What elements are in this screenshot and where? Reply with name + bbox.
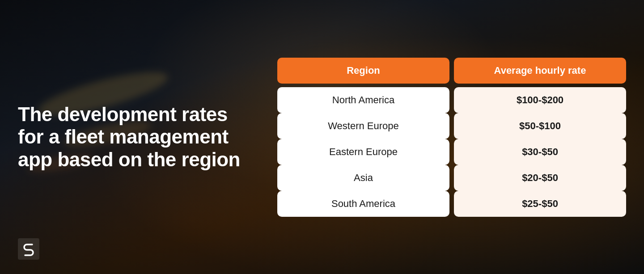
cell-region: Eastern Europe xyxy=(277,139,449,165)
cell-rate: $20-$50 xyxy=(454,165,626,191)
table-header-row: Region Average hourly rate xyxy=(277,58,626,84)
cell-region: Western Europe xyxy=(277,113,449,139)
column-header-rate: Average hourly rate xyxy=(454,58,626,84)
logo xyxy=(18,238,39,261)
page-headline: The development rates for a fleet manage… xyxy=(18,103,250,171)
cell-rate: $100-$200 xyxy=(454,87,626,113)
table-row: Asia$20-$50 xyxy=(277,165,626,191)
column-header-region: Region xyxy=(277,58,449,84)
left-section: The development rates for a fleet manage… xyxy=(18,13,268,261)
cell-rate: $30-$50 xyxy=(454,139,626,165)
table-body: North America$100-$200Western Europe$50-… xyxy=(277,87,626,217)
right-section: Region Average hourly rate North America… xyxy=(268,58,626,217)
data-table: Region Average hourly rate North America… xyxy=(277,58,626,217)
table-row: South America$25-$50 xyxy=(277,191,626,217)
page-background: The development rates for a fleet manage… xyxy=(0,0,644,274)
table-row: Eastern Europe$30-$50 xyxy=(277,139,626,165)
logo-icon xyxy=(18,238,39,260)
cell-region: South America xyxy=(277,191,449,217)
table-row: Western Europe$50-$100 xyxy=(277,113,626,139)
cell-rate: $25-$50 xyxy=(454,191,626,217)
main-content: The development rates for a fleet manage… xyxy=(0,0,644,274)
cell-rate: $50-$100 xyxy=(454,113,626,139)
cell-region: Asia xyxy=(277,165,449,191)
svg-rect-0 xyxy=(18,238,39,260)
table-row: North America$100-$200 xyxy=(277,87,626,113)
cell-region: North America xyxy=(277,87,449,113)
